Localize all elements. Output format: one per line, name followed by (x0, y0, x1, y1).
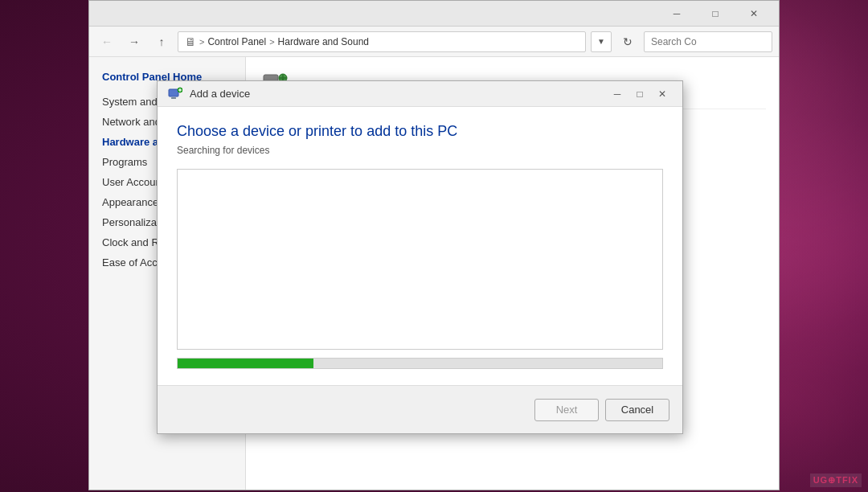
address-icon: 🖥 (185, 35, 196, 48)
add-device-icon (168, 87, 182, 101)
dialog-footer: Next Cancel (158, 385, 682, 433)
progress-bar-container (177, 358, 663, 369)
address-sep-2: > (269, 37, 274, 47)
next-button[interactable]: Next (534, 399, 599, 421)
search-input[interactable] (644, 31, 772, 52)
address-item-hardware[interactable]: Hardware and Sound (278, 36, 369, 47)
device-list-box[interactable] (177, 169, 663, 350)
dialog-maximize-button[interactable]: □ (629, 84, 650, 105)
dialog-title-text: Add a device (190, 88, 600, 100)
add-device-dialog: Add a device ─ □ ✕ Choose a device or pr… (157, 80, 683, 434)
forward-button[interactable]: → (123, 31, 145, 53)
address-bar: ← → ↑ 🖥 > Control Panel > Hardware and S… (89, 27, 779, 57)
dialog-body: Choose a device or printer to add to thi… (158, 107, 682, 385)
close-button[interactable]: ✕ (735, 1, 772, 27)
minimize-button[interactable]: ─ (658, 1, 695, 27)
refresh-button[interactable]: ↻ (616, 31, 639, 53)
dialog-title-controls: ─ □ ✕ (607, 84, 673, 105)
title-bar-controls: ─ □ ✕ (658, 1, 772, 27)
explorer-title-bar: ─ □ ✕ (89, 1, 779, 27)
up-button[interactable]: ↑ (150, 31, 173, 53)
progress-bar-fill (178, 359, 313, 368)
cancel-button[interactable]: Cancel (605, 399, 669, 421)
dialog-subtext: Searching for devices (177, 145, 663, 156)
dialog-heading: Choose a device or printer to add to thi… (177, 123, 663, 140)
address-dropdown[interactable]: ▼ (591, 31, 612, 52)
svg-rect-5 (169, 89, 178, 96)
address-sep-1: > (199, 37, 204, 47)
dialog-minimize-button[interactable]: ─ (607, 84, 628, 105)
maximize-button[interactable]: □ (697, 1, 734, 27)
svg-rect-6 (171, 97, 176, 99)
dialog-close-button[interactable]: ✕ (652, 84, 673, 105)
address-item-control-panel[interactable]: Control Panel (207, 36, 266, 47)
watermark: UG⊕TFIX (810, 474, 862, 487)
back-button[interactable]: ← (96, 31, 118, 53)
dialog-title-icon (167, 86, 183, 102)
dialog-title-bar: Add a device ─ □ ✕ (158, 81, 682, 107)
address-path[interactable]: 🖥 > Control Panel > Hardware and Sound (178, 31, 586, 52)
